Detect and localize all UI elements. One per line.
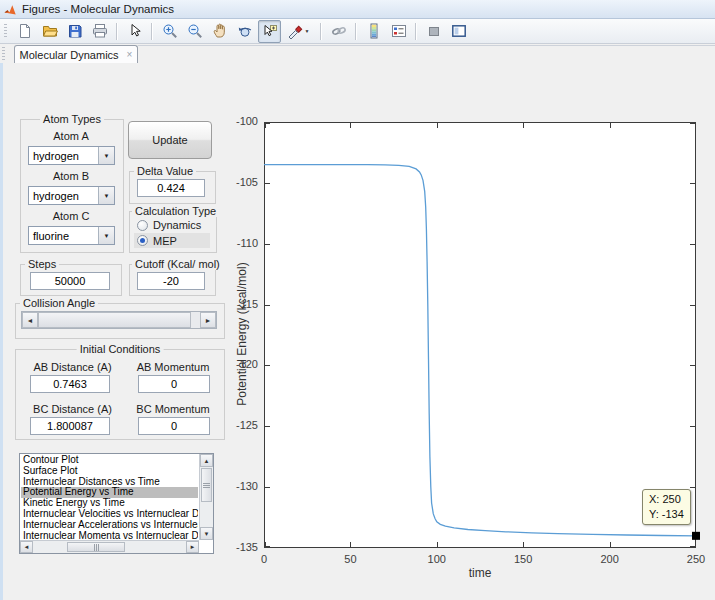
pointer-tool-button[interactable] bbox=[123, 20, 146, 43]
y-tick-label: -110 bbox=[222, 237, 258, 249]
colorbar-icon bbox=[366, 23, 382, 39]
toolbar-separator bbox=[116, 23, 118, 40]
x-tick-label: 50 bbox=[330, 553, 370, 565]
scroll-right-icon[interactable]: ► bbox=[186, 541, 199, 553]
collision-angle-slider[interactable]: ◄ ► bbox=[21, 311, 217, 329]
horizontal-scrollbar[interactable]: ◄ ► bbox=[20, 540, 199, 553]
brush-dropdown-caret-icon[interactable]: ▼ bbox=[303, 28, 311, 34]
plot-canvas[interactable] bbox=[264, 122, 696, 548]
atom-c-dropdown[interactable]: fluorine ▼ bbox=[28, 226, 115, 245]
scroll-track[interactable] bbox=[126, 541, 186, 553]
initial-conditions-title: Initial Conditions bbox=[77, 343, 164, 355]
calculation-type-title: Calculation Type bbox=[132, 205, 219, 217]
scroll-track[interactable] bbox=[33, 541, 66, 553]
radio-dynamics[interactable]: Dynamics bbox=[134, 218, 210, 232]
brush-icon bbox=[287, 23, 303, 39]
atom-types-title: Atom Types bbox=[40, 113, 104, 125]
y-axis-label: Potential Energy (kcal/mol) bbox=[235, 262, 249, 405]
y-tick-label: -135 bbox=[222, 541, 258, 553]
radio-mep[interactable]: MEP bbox=[134, 233, 210, 248]
horizontal-scroll-thumb[interactable] bbox=[67, 542, 125, 552]
plot-list-items: Contour PlotSurface PlotInternuclear Dis… bbox=[21, 455, 198, 539]
link-plot-button[interactable] bbox=[327, 20, 350, 43]
plot-list-item[interactable]: Internuclear Accelerations vs Internucle… bbox=[21, 520, 198, 531]
toolbar-separator bbox=[415, 23, 417, 40]
plot-list-item[interactable]: Internuclear Momenta vs Internuclear Dis… bbox=[21, 531, 198, 539]
save-figure-button[interactable] bbox=[63, 20, 86, 43]
open-file-button[interactable] bbox=[38, 20, 61, 43]
datatip-line: Y: -134 bbox=[649, 507, 684, 522]
hide-plot-tools-icon bbox=[426, 23, 442, 39]
delta-value-title: Delta Value bbox=[134, 165, 196, 177]
data-cursor-icon bbox=[262, 23, 278, 39]
zoom-in-icon bbox=[162, 23, 178, 39]
data-tip[interactable]: X: 250Y: -134 bbox=[642, 489, 691, 525]
tabstrip-grip[interactable] bbox=[2, 47, 5, 61]
radio-icon[interactable] bbox=[137, 220, 148, 231]
hand-pan-icon bbox=[212, 23, 228, 39]
radio-icon[interactable] bbox=[137, 235, 148, 246]
show-plot-tools-button[interactable] bbox=[447, 20, 470, 43]
atom-a-dropdown[interactable]: hydrogen ▼ bbox=[28, 146, 115, 165]
atom-a-label: Atom A bbox=[20, 130, 122, 142]
tab-close-icon[interactable]: × bbox=[127, 49, 133, 60]
atom-a-value: hydrogen bbox=[29, 147, 98, 164]
chevron-down-icon[interactable]: ▼ bbox=[98, 187, 114, 204]
scroll-down-icon[interactable]: ▼ bbox=[200, 527, 213, 540]
atom-b-value: hydrogen bbox=[29, 187, 98, 204]
atom-b-label: Atom B bbox=[20, 170, 122, 182]
chevron-down-icon[interactable]: ▼ bbox=[98, 227, 114, 244]
zoom-out-button[interactable] bbox=[183, 20, 206, 43]
data-cursor-button[interactable] bbox=[258, 20, 281, 43]
update-button[interactable]: Update bbox=[128, 121, 212, 159]
atom-b-dropdown[interactable]: hydrogen ▼ bbox=[28, 186, 115, 205]
legend-icon bbox=[391, 23, 407, 39]
scroll-left-icon[interactable]: ◄ bbox=[20, 541, 33, 553]
window-title: Figures - Molecular Dynamics bbox=[22, 3, 174, 15]
vertical-scrollbar[interactable]: ▲ ▼ bbox=[199, 454, 213, 540]
steps-input[interactable] bbox=[30, 272, 110, 290]
matlab-icon bbox=[4, 3, 17, 16]
new-figure-button[interactable] bbox=[13, 20, 36, 43]
ab-momentum-input[interactable] bbox=[138, 375, 210, 393]
new-document-icon bbox=[17, 23, 33, 39]
radio-mep-label: MEP bbox=[153, 235, 177, 247]
bc-momentum-input[interactable] bbox=[138, 417, 210, 435]
hide-plot-tools-button[interactable] bbox=[422, 20, 445, 43]
bc-distance-label: BC Distance (A) bbox=[25, 403, 120, 415]
printer-icon bbox=[92, 23, 108, 39]
title-bar[interactable]: Figures - Molecular Dynamics bbox=[0, 0, 715, 19]
pan-button[interactable] bbox=[208, 20, 231, 43]
rotate-3d-icon bbox=[237, 23, 253, 39]
toolbar-grip[interactable] bbox=[4, 24, 7, 38]
x-tick-label: 250 bbox=[676, 553, 715, 565]
cutoff-input[interactable] bbox=[137, 272, 205, 290]
delta-value-input[interactable] bbox=[137, 179, 205, 197]
print-figure-button[interactable] bbox=[88, 20, 111, 43]
y-tick-label: -125 bbox=[222, 419, 258, 431]
slider-right-arrow-icon[interactable]: ► bbox=[200, 312, 216, 328]
chevron-down-icon[interactable]: ▼ bbox=[98, 147, 114, 164]
scroll-track[interactable] bbox=[200, 503, 213, 527]
plot-list-item[interactable]: Surface Plot bbox=[21, 466, 198, 477]
x-tick-label: 200 bbox=[590, 553, 630, 565]
plot-type-listbox[interactable]: Contour PlotSurface PlotInternuclear Dis… bbox=[19, 453, 214, 554]
toolbar-separator bbox=[320, 23, 322, 40]
atom-c-value: fluorine bbox=[29, 227, 98, 244]
rotate-3d-button[interactable] bbox=[233, 20, 256, 43]
scroll-up-icon[interactable]: ▲ bbox=[200, 454, 213, 467]
insert-legend-button[interactable] bbox=[387, 20, 410, 43]
slider-left-arrow-icon[interactable]: ◄ bbox=[22, 312, 38, 328]
datatip-line: X: 250 bbox=[649, 492, 684, 507]
vertical-scroll-thumb[interactable] bbox=[201, 468, 212, 502]
insert-colorbar-button[interactable] bbox=[362, 20, 385, 43]
show-plot-tools-icon bbox=[451, 23, 467, 39]
ab-distance-input[interactable] bbox=[30, 375, 110, 393]
slider-thumb[interactable] bbox=[38, 312, 191, 328]
cutoff-title: Cutoff (Kcal/ mol) bbox=[132, 258, 223, 270]
brush-data-button[interactable]: ▼ bbox=[283, 20, 315, 43]
radio-dynamics-label: Dynamics bbox=[153, 219, 201, 231]
zoom-in-button[interactable] bbox=[158, 20, 181, 43]
tab-molecular-dynamics[interactable]: Molecular Dynamics × bbox=[14, 45, 138, 63]
bc-distance-input[interactable] bbox=[30, 417, 110, 435]
